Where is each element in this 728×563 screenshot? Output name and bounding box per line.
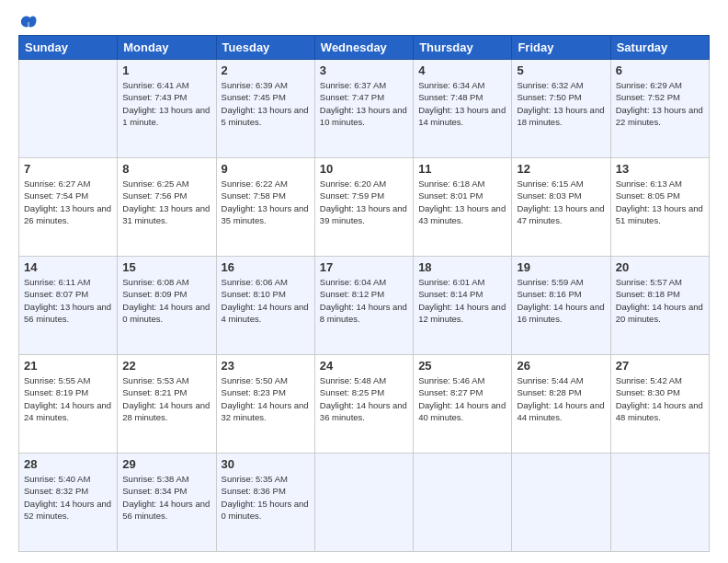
- day-info: Sunrise: 6:37 AMSunset: 7:47 PMDaylight:…: [320, 79, 408, 128]
- calendar-cell: 29Sunrise: 5:38 AMSunset: 8:34 PMDayligh…: [118, 454, 216, 552]
- day-number: 8: [122, 162, 210, 176]
- calendar-week-row: 7Sunrise: 6:27 AMSunset: 7:54 PMDaylight…: [19, 158, 710, 257]
- day-number: 9: [222, 162, 310, 176]
- calendar-cell: 26Sunrise: 5:44 AMSunset: 8:28 PMDayligh…: [512, 355, 610, 454]
- calendar-cell: 8Sunrise: 6:25 AMSunset: 7:56 PMDaylight…: [118, 158, 216, 257]
- day-number: 14: [24, 260, 112, 274]
- calendar-cell: 9Sunrise: 6:22 AMSunset: 7:58 PMDaylight…: [216, 158, 314, 257]
- calendar-cell: 20Sunrise: 5:57 AMSunset: 8:18 PMDayligh…: [610, 257, 709, 355]
- calendar-cell: 28Sunrise: 5:40 AMSunset: 8:32 PMDayligh…: [19, 454, 118, 552]
- calendar-cell: 24Sunrise: 5:48 AMSunset: 8:25 PMDayligh…: [314, 355, 413, 454]
- calendar-cell: 6Sunrise: 6:29 AMSunset: 7:52 PMDaylight…: [610, 60, 709, 158]
- day-info: Sunrise: 6:13 AMSunset: 8:05 PMDaylight:…: [616, 178, 704, 226]
- calendar-cell: 25Sunrise: 5:46 AMSunset: 8:27 PMDayligh…: [414, 355, 512, 454]
- day-number: 27: [616, 359, 704, 373]
- day-number: 1: [122, 63, 210, 77]
- day-number: 26: [517, 359, 605, 373]
- day-number: 21: [24, 359, 112, 373]
- day-info: Sunrise: 5:57 AMSunset: 8:18 PMDaylight:…: [616, 276, 704, 325]
- calendar-cell: 15Sunrise: 6:08 AMSunset: 8:09 PMDayligh…: [118, 257, 216, 355]
- calendar-cell: [314, 454, 413, 552]
- day-info: Sunrise: 5:50 AMSunset: 8:23 PMDaylight:…: [222, 374, 310, 423]
- day-info: Sunrise: 6:32 AMSunset: 7:50 PMDaylight:…: [517, 79, 605, 128]
- calendar-cell: 27Sunrise: 5:42 AMSunset: 8:30 PMDayligh…: [610, 355, 709, 454]
- logo: [18, 15, 37, 29]
- calendar: SundayMondayTuesdayWednesdayThursdayFrid…: [18, 35, 710, 552]
- calendar-cell: 3Sunrise: 6:37 AMSunset: 7:47 PMDaylight…: [314, 60, 413, 158]
- calendar-cell: 5Sunrise: 6:32 AMSunset: 7:50 PMDaylight…: [512, 60, 610, 158]
- calendar-week-row: 21Sunrise: 5:55 AMSunset: 8:19 PMDayligh…: [19, 355, 710, 454]
- day-number: 13: [616, 162, 704, 176]
- logo-bird-icon: [20, 15, 37, 29]
- calendar-cell: 30Sunrise: 5:35 AMSunset: 8:36 PMDayligh…: [216, 454, 314, 552]
- day-number: 3: [320, 63, 408, 77]
- day-number: 16: [222, 260, 310, 274]
- calendar-cell: 12Sunrise: 6:15 AMSunset: 8:03 PMDayligh…: [512, 158, 610, 257]
- calendar-day-header: Sunday: [19, 36, 118, 60]
- calendar-cell: 23Sunrise: 5:50 AMSunset: 8:23 PMDayligh…: [216, 355, 314, 454]
- day-info: Sunrise: 5:35 AMSunset: 8:36 PMDaylight:…: [222, 473, 310, 522]
- calendar-week-row: 14Sunrise: 6:11 AMSunset: 8:07 PMDayligh…: [19, 257, 710, 355]
- calendar-day-header: Wednesday: [314, 36, 413, 60]
- calendar-week-row: 28Sunrise: 5:40 AMSunset: 8:32 PMDayligh…: [19, 454, 710, 552]
- day-number: 25: [418, 359, 506, 373]
- day-info: Sunrise: 6:22 AMSunset: 7:58 PMDaylight:…: [222, 178, 310, 226]
- calendar-cell: [19, 60, 118, 158]
- day-info: Sunrise: 6:04 AMSunset: 8:12 PMDaylight:…: [320, 276, 408, 325]
- day-number: 24: [320, 359, 408, 373]
- day-info: Sunrise: 5:42 AMSunset: 8:30 PMDaylight:…: [616, 374, 704, 423]
- day-number: 12: [517, 162, 605, 176]
- day-info: Sunrise: 6:15 AMSunset: 8:03 PMDaylight:…: [517, 178, 605, 226]
- day-info: Sunrise: 5:38 AMSunset: 8:34 PMDaylight:…: [122, 473, 210, 522]
- calendar-header-row: SundayMondayTuesdayWednesdayThursdayFrid…: [19, 36, 710, 60]
- day-number: 17: [320, 260, 408, 274]
- day-info: Sunrise: 6:01 AMSunset: 8:14 PMDaylight:…: [418, 276, 506, 325]
- logo-text: [18, 15, 37, 29]
- calendar-day-header: Monday: [118, 36, 216, 60]
- calendar-cell: [414, 454, 512, 552]
- day-info: Sunrise: 6:34 AMSunset: 7:48 PMDaylight:…: [418, 79, 506, 128]
- calendar-cell: 2Sunrise: 6:39 AMSunset: 7:45 PMDaylight…: [216, 60, 314, 158]
- day-number: 20: [616, 260, 704, 274]
- day-number: 6: [616, 63, 704, 77]
- day-info: Sunrise: 5:40 AMSunset: 8:32 PMDaylight:…: [24, 473, 112, 522]
- page: SundayMondayTuesdayWednesdayThursdayFrid…: [0, 0, 728, 563]
- day-number: 28: [24, 457, 112, 471]
- day-number: 5: [517, 63, 605, 77]
- calendar-week-row: 1Sunrise: 6:41 AMSunset: 7:43 PMDaylight…: [19, 60, 710, 158]
- calendar-cell: 22Sunrise: 5:53 AMSunset: 8:21 PMDayligh…: [118, 355, 216, 454]
- calendar-day-header: Saturday: [610, 36, 709, 60]
- day-info: Sunrise: 6:20 AMSunset: 7:59 PMDaylight:…: [320, 178, 408, 226]
- calendar-cell: 11Sunrise: 6:18 AMSunset: 8:01 PMDayligh…: [414, 158, 512, 257]
- day-info: Sunrise: 6:18 AMSunset: 8:01 PMDaylight:…: [418, 178, 506, 226]
- day-number: 23: [222, 359, 310, 373]
- calendar-cell: 19Sunrise: 5:59 AMSunset: 8:16 PMDayligh…: [512, 257, 610, 355]
- day-info: Sunrise: 5:59 AMSunset: 8:16 PMDaylight:…: [517, 276, 605, 325]
- day-number: 30: [222, 457, 310, 471]
- calendar-day-header: Thursday: [414, 36, 512, 60]
- day-number: 7: [24, 162, 112, 176]
- day-number: 19: [517, 260, 605, 274]
- calendar-day-header: Friday: [512, 36, 610, 60]
- calendar-cell: 21Sunrise: 5:55 AMSunset: 8:19 PMDayligh…: [19, 355, 118, 454]
- day-info: Sunrise: 6:08 AMSunset: 8:09 PMDaylight:…: [122, 276, 210, 325]
- day-number: 29: [122, 457, 210, 471]
- calendar-cell: 14Sunrise: 6:11 AMSunset: 8:07 PMDayligh…: [19, 257, 118, 355]
- day-info: Sunrise: 5:44 AMSunset: 8:28 PMDaylight:…: [517, 374, 605, 423]
- day-number: 4: [418, 63, 506, 77]
- calendar-cell: 7Sunrise: 6:27 AMSunset: 7:54 PMDaylight…: [19, 158, 118, 257]
- day-info: Sunrise: 6:39 AMSunset: 7:45 PMDaylight:…: [222, 79, 310, 128]
- day-info: Sunrise: 6:41 AMSunset: 7:43 PMDaylight:…: [122, 79, 210, 128]
- calendar-cell: 1Sunrise: 6:41 AMSunset: 7:43 PMDaylight…: [118, 60, 216, 158]
- calendar-cell: 18Sunrise: 6:01 AMSunset: 8:14 PMDayligh…: [414, 257, 512, 355]
- header: [18, 15, 710, 29]
- day-number: 10: [320, 162, 408, 176]
- calendar-cell: 4Sunrise: 6:34 AMSunset: 7:48 PMDaylight…: [414, 60, 512, 158]
- calendar-cell: 16Sunrise: 6:06 AMSunset: 8:10 PMDayligh…: [216, 257, 314, 355]
- day-number: 15: [122, 260, 210, 274]
- day-info: Sunrise: 5:53 AMSunset: 8:21 PMDaylight:…: [122, 374, 210, 423]
- calendar-cell: [512, 454, 610, 552]
- day-info: Sunrise: 5:55 AMSunset: 8:19 PMDaylight:…: [24, 374, 112, 423]
- day-info: Sunrise: 6:06 AMSunset: 8:10 PMDaylight:…: [222, 276, 310, 325]
- calendar-cell: 17Sunrise: 6:04 AMSunset: 8:12 PMDayligh…: [314, 257, 413, 355]
